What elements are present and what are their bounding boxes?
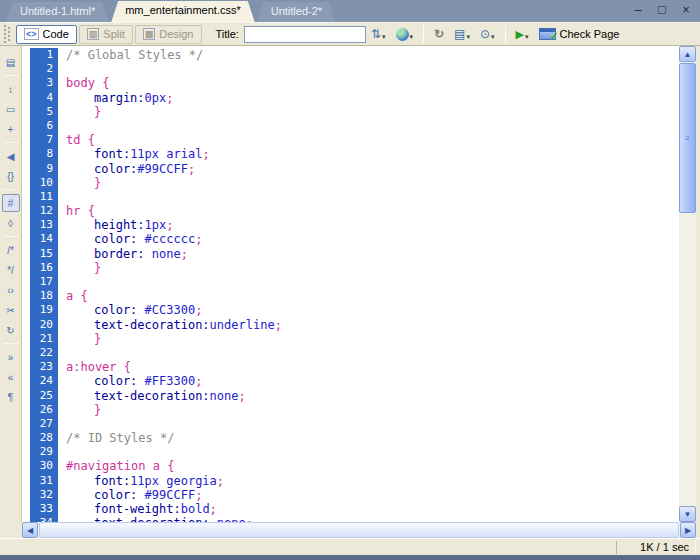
toolbar-grip-handle[interactable]	[4, 25, 11, 43]
code-line[interactable]: 3body {	[30, 76, 679, 90]
code-line[interactable]: 5}	[30, 105, 679, 119]
close-button[interactable]: ×	[678, 2, 694, 18]
file-management-button[interactable]: ⇅ ▾	[367, 25, 390, 44]
token-comment: /* Global Styles */	[66, 48, 203, 62]
document-tab[interactable]: Untitled-2*	[257, 2, 336, 22]
validate-markup-button[interactable]: ▶ ▾	[512, 25, 533, 44]
code-line[interactable]: 30#navigation a {	[30, 459, 679, 473]
code-line-text: }	[58, 261, 101, 275]
outdent-code-icon[interactable]: «	[2, 368, 20, 386]
scroll-left-arrow-icon[interactable]: ◀	[22, 522, 38, 538]
token-selector: hr	[66, 204, 80, 218]
code-line[interactable]: 25text-decoration:none;	[30, 389, 679, 403]
file-management-icon: ⇅	[371, 27, 381, 41]
scroll-down-arrow-icon[interactable]: ▼	[679, 506, 696, 522]
refresh-button[interactable]: ↻	[430, 25, 448, 44]
code-line[interactable]: 1/* Global Styles */	[30, 48, 679, 62]
code-line[interactable]: 12hr {	[30, 204, 679, 218]
code-line[interactable]: 20text-decoration:underline;	[30, 318, 679, 332]
open-documents-icon[interactable]: ▤	[2, 53, 20, 71]
select-parent-tag-icon[interactable]: ◀	[2, 147, 20, 165]
line-number: 27	[30, 417, 58, 431]
token-value: 1px	[145, 218, 167, 232]
line-number: 8	[30, 147, 58, 161]
token-brace: {	[88, 133, 95, 147]
code-view-button[interactable]: <>Code	[16, 25, 77, 44]
code-line[interactable]: 13height:1px;	[30, 218, 679, 232]
scroll-right-arrow-icon[interactable]: ▶	[680, 522, 696, 538]
code-line[interactable]: 19color: #CC3300;	[30, 303, 679, 317]
code-line[interactable]: 9color:#99CCFF;	[30, 162, 679, 176]
token-brace: {	[80, 289, 87, 303]
code-line[interactable]: 21}	[30, 332, 679, 346]
vertical-scrollbar[interactable]: ▲ ≡ ▼	[679, 46, 696, 522]
code-line[interactable]: 32color: #99CCFF;	[30, 488, 679, 502]
token-brace: }	[94, 403, 101, 417]
code-line[interactable]: 23a:hover {	[30, 360, 679, 374]
restore-button[interactable]: □	[654, 2, 670, 18]
recent-snippets-icon[interactable]: ✂	[2, 301, 20, 319]
token-punct: ;	[210, 502, 217, 516]
code-line[interactable]: 14color: #cccccc;	[30, 232, 679, 246]
code-line[interactable]: 34text-decoration: none;	[30, 516, 679, 522]
design-view-button[interactable]: ▦Design	[135, 25, 202, 44]
horizontal-scrollbar[interactable]: ◀ ▶	[0, 522, 700, 538]
collapse-selection-icon[interactable]: ▭	[2, 100, 20, 118]
horizontal-scrollbar-thumb[interactable]	[39, 522, 679, 538]
token-property: border:	[94, 247, 145, 261]
check-page-button[interactable]: ✓ Check Page	[535, 25, 624, 44]
line-number: 15	[30, 247, 58, 261]
code-line[interactable]: 10}	[30, 176, 679, 190]
document-tab[interactable]: mm_entertainment.css*	[111, 1, 255, 22]
code-line[interactable]: 22	[30, 346, 679, 360]
token-value: 11px georgia	[130, 474, 217, 488]
vertical-scrollbar-thumb[interactable]: ≡	[679, 63, 696, 213]
indent-code-icon[interactable]: »	[2, 348, 20, 366]
visual-aids-button[interactable]: ⊙ ▾	[476, 25, 499, 44]
document-tab[interactable]: Untitled-1.html*	[6, 2, 109, 22]
line-numbers-icon[interactable]: #	[2, 194, 20, 212]
code-line[interactable]: 4margin:0px;	[30, 91, 679, 105]
code-line[interactable]: 7td {	[30, 133, 679, 147]
code-line[interactable]: 24color: #FF3300;	[30, 374, 679, 388]
code-line[interactable]: 8font:11px arial;	[30, 147, 679, 161]
code-line[interactable]: 28/* ID Styles */	[30, 431, 679, 445]
code-line[interactable]: 27	[30, 417, 679, 431]
code-line[interactable]: 17	[30, 275, 679, 289]
code-line[interactable]: 16}	[30, 261, 679, 275]
code-line[interactable]: 11	[30, 190, 679, 204]
line-number: 10	[30, 176, 58, 190]
collapse-full-tag-icon[interactable]: ↕	[2, 80, 20, 98]
code-line-text: }	[58, 332, 101, 346]
token-brace: {	[88, 204, 95, 218]
code-line[interactable]: 31font:11px georgia;	[30, 474, 679, 488]
move-convert-css-icon[interactable]: ↻	[2, 321, 20, 339]
token-brace: }	[94, 176, 101, 190]
code-line[interactable]: 26}	[30, 403, 679, 417]
remove-comment-icon[interactable]: */	[2, 261, 20, 279]
code-line[interactable]: 6	[30, 119, 679, 133]
code-line[interactable]: 33font-weight:bold;	[30, 502, 679, 516]
highlight-invalid-code-icon[interactable]: ◊	[2, 214, 20, 232]
code-line[interactable]: 2	[30, 62, 679, 76]
preview-in-browser-button[interactable]: ▾	[392, 25, 418, 44]
scrollbar-spacer	[0, 522, 22, 538]
split-view-button[interactable]: ▥Split	[79, 25, 133, 44]
document-title-input[interactable]	[244, 26, 366, 43]
apply-comment-icon[interactable]: /*	[2, 241, 20, 259]
scroll-up-arrow-icon[interactable]: ▲	[679, 46, 696, 62]
wrap-tag-icon[interactable]: ‹›	[2, 281, 20, 299]
code-line[interactable]: 29	[30, 445, 679, 459]
code-line[interactable]: 15border: none;	[30, 247, 679, 261]
format-source-code-icon[interactable]: ¶	[2, 388, 20, 406]
expand-all-icon[interactable]: +	[2, 120, 20, 138]
line-number: 30	[30, 459, 58, 473]
minimize-button[interactable]: –	[630, 2, 646, 18]
view-options-button[interactable]: ▤ ▾	[450, 25, 474, 44]
token-value: #cccccc	[137, 232, 195, 246]
code-editor[interactable]: 1/* Global Styles */23body {4margin:0px;…	[22, 46, 679, 522]
vertical-scrollbar-track[interactable]	[679, 213, 696, 506]
balance-braces-icon[interactable]: {}	[2, 167, 20, 185]
code-line[interactable]: 18a {	[30, 289, 679, 303]
code-line-text: }	[58, 403, 101, 417]
